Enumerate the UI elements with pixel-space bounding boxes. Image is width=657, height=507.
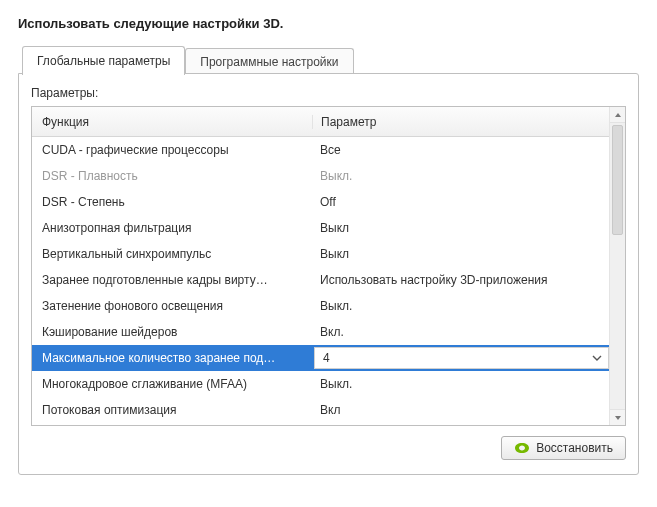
cell-parameter-value: Выкл. (320, 169, 352, 183)
cell-function: CUDA - графические процессоры (32, 143, 312, 157)
footer: Восстановить (31, 436, 626, 460)
scroll-up-button[interactable] (610, 107, 625, 123)
settings-table: Функция Параметр CUDA - графические проц… (31, 106, 626, 426)
column-header-parameter[interactable]: Параметр (312, 115, 625, 129)
cell-function: DSR - Плавность (32, 169, 312, 183)
cell-function: Потоковая оптимизация (32, 403, 312, 417)
cell-function: DSR - Степень (32, 195, 312, 209)
cell-parameter: Использовать настройку 3D-приложения (312, 273, 609, 287)
table-row[interactable]: DSR - СтепеньOff (32, 189, 625, 215)
chevron-down-icon (592, 353, 602, 363)
cell-parameter: Вкл (312, 403, 609, 417)
restore-button-label: Восстановить (536, 441, 613, 455)
cell-parameter: Выкл. (312, 299, 609, 313)
table-row[interactable]: CUDA - графические процессорыВсе (32, 137, 625, 163)
cell-function: Многокадровое сглаживание (MFAA) (32, 377, 312, 391)
cell-parameter-value: Off (320, 195, 336, 209)
table-row[interactable]: Заранее подготовленные кадры вирту…Испол… (32, 267, 625, 293)
cell-function: Затенение фонового освещения (32, 299, 312, 313)
column-header-function[interactable]: Функция (32, 115, 312, 129)
cell-parameter: Вкл. (312, 325, 609, 339)
cell-function: Вертикальный синхроимпульс (32, 247, 312, 261)
vertical-scrollbar[interactable] (609, 107, 625, 425)
table-row[interactable]: Анизотропная фильтрацияВыкл (32, 215, 625, 241)
cell-parameter-value: Выкл (320, 247, 349, 261)
cell-parameter-value: Все (320, 143, 341, 157)
table-row[interactable]: Кэширование шейдеровВкл. (32, 319, 625, 345)
cell-parameter-value: Вкл (320, 403, 340, 417)
cell-parameter-value: 4 (323, 351, 330, 365)
page-title: Использовать следующие настройки 3D. (18, 16, 639, 31)
cell-parameter-value: Выкл. (320, 377, 352, 391)
cell-function: Анизотропная фильтрация (32, 221, 312, 235)
cell-function: Кэширование шейдеров (32, 325, 312, 339)
table-row[interactable]: Многокадровое сглаживание (MFAA)Выкл. (32, 371, 625, 397)
table-row[interactable]: Режим управления электропитаниемПредпочт… (32, 423, 625, 425)
tab-program-settings[interactable]: Программные настройки (185, 48, 353, 75)
cell-parameter: Off (312, 195, 609, 209)
scroll-thumb[interactable] (612, 125, 623, 235)
tab-pane: Параметры: Функция Параметр CUDA - графи… (18, 73, 639, 475)
cell-parameter: Выкл. (312, 169, 609, 183)
tab-global-settings[interactable]: Глобальные параметры (22, 46, 185, 75)
table-body: CUDA - графические процессорыВсеDSR - Пл… (32, 137, 625, 425)
parameters-label: Параметры: (31, 86, 626, 100)
cell-parameter: Выкл (312, 221, 609, 235)
tabstrip: Глобальные параметры Программные настрой… (22, 45, 639, 74)
cell-parameter: Выкл (312, 247, 609, 261)
restore-button[interactable]: Восстановить (501, 436, 626, 460)
nvidia-logo-icon (514, 442, 530, 454)
cell-parameter-value: Вкл. (320, 325, 344, 339)
cell-parameter-value: Выкл (320, 221, 349, 235)
cell-parameter: Выкл. (312, 377, 609, 391)
cell-parameter: Все (312, 143, 609, 157)
table-header: Функция Параметр (32, 107, 625, 137)
table-row[interactable]: Максимальное количество заранее под…4 (32, 345, 625, 371)
cell-function: Заранее подготовленные кадры вирту… (32, 273, 312, 287)
table-row[interactable]: Вертикальный синхроимпульсВыкл (32, 241, 625, 267)
scroll-down-button[interactable] (610, 409, 625, 425)
cell-parameter-value: Использовать настройку 3D-приложения (320, 273, 548, 287)
table-row[interactable]: Потоковая оптимизацияВкл (32, 397, 625, 423)
table-row[interactable]: DSR - ПлавностьВыкл. (32, 163, 625, 189)
cell-function: Максимальное количество заранее под… (32, 351, 312, 365)
table-row[interactable]: Затенение фонового освещенияВыкл. (32, 293, 625, 319)
cell-parameter-value: Выкл. (320, 299, 352, 313)
cell-parameter-dropdown[interactable]: 4 (314, 347, 609, 369)
